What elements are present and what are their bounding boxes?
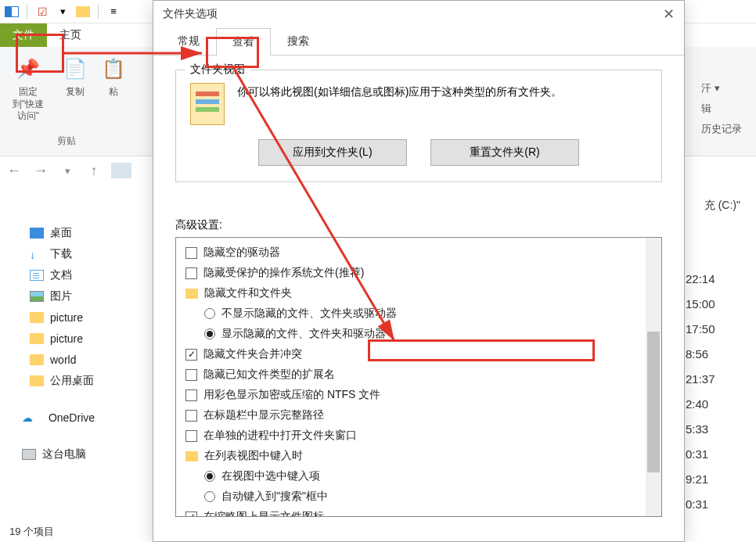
checkbox[interactable]: ✓ [185, 349, 197, 361]
nav-item-picture-folder[interactable]: picture [9, 328, 142, 349]
nav-label: OneDrive [49, 411, 95, 424]
setting-full-path[interactable]: 在标题栏中显示完整路径 [176, 405, 661, 425]
nav-item-downloads[interactable]: 下载 [9, 243, 142, 264]
setting-ntfs-color[interactable]: 用彩色显示加密或压缩的 NTFS 文件 [176, 385, 661, 405]
nav-back-button[interactable]: ← [5, 161, 23, 180]
chevron-down-icon[interactable]: ▾ [54, 3, 71, 20]
dialog-title: 文件夹选项 [163, 7, 218, 21]
setting-separate-process[interactable]: 在单独的进程中打开文件夹窗口 [176, 425, 661, 446]
checkbox[interactable]: ✓ [185, 511, 197, 518]
nav-item-this-pc[interactable]: 这台电脑 [9, 443, 142, 465]
radio[interactable] [204, 491, 215, 502]
time-column: 22:14 15:00 17:50 8:56 21:37 2:40 5:33 0… [686, 266, 740, 516]
time-cell: 22:14 [686, 266, 740, 291]
radio-dont-show-hidden[interactable]: 不显示隐藏的文件、文件夹或驱动器 [176, 303, 661, 324]
folder-icon [30, 333, 44, 344]
nav-item-world-folder[interactable]: world [9, 349, 142, 370]
qat-properties-icon[interactable]: ☑ [34, 3, 51, 20]
nav-up-button[interactable]: ↑ [85, 161, 103, 180]
checkbox[interactable] [185, 430, 197, 442]
pin-to-quick-access-button[interactable]: 📌 固定到"快速访问" [5, 53, 52, 126]
time-cell: 9:21 [686, 466, 740, 491]
radio-show-hidden[interactable]: 显示隐藏的文件、文件夹和驱动器 [176, 324, 661, 344]
dialog-tab-search[interactable]: 搜索 [271, 27, 326, 55]
folder-icon [30, 375, 44, 386]
nav-tree: 桌面 下载 文档 图片 picture picture world 公用桌面 ☁… [9, 222, 142, 465]
setting-hide-known-ext[interactable]: 隐藏已知文件类型的扩展名 [176, 364, 661, 385]
radio-typing-select[interactable]: 在视图中选中键入项 [176, 466, 661, 486]
nav-forward-button[interactable]: → [31, 161, 50, 180]
setting-hide-empty-drives[interactable]: 隐藏空的驱动器 [176, 242, 661, 263]
nav-item-pictures[interactable]: 图片 [9, 285, 142, 307]
pc-icon [22, 449, 36, 460]
dialog-close-button[interactable]: ✕ [663, 5, 675, 23]
tree-scrollbar[interactable] [646, 238, 661, 516]
dialog-tab-view[interactable]: 查看 [216, 28, 271, 56]
nav-label: picture [50, 311, 83, 324]
time-cell: 5:33 [686, 416, 740, 441]
apply-to-folders-button[interactable]: 应用到文件夹(L) [258, 139, 407, 166]
nav-item-public-desktop[interactable]: 公用桌面 [9, 370, 142, 391]
fieldset-legend: 文件夹视图 [185, 63, 250, 77]
radio-typing-search[interactable]: 自动键入到"搜索"框中 [176, 486, 661, 507]
copy-button[interactable]: 📄 复制 [52, 53, 99, 126]
address-path-fragment: 充 (C:)" [704, 199, 740, 213]
drive-icon[interactable] [111, 163, 131, 178]
scrollbar-thumb[interactable] [647, 332, 660, 472]
setting-merge-conflict[interactable]: ✓隐藏文件夹合并冲突 [176, 344, 661, 364]
chevron-down-icon[interactable]: ▾ [58, 161, 77, 180]
quick-access-toolbar: ☑ ▾ ≡ [0, 3, 122, 20]
checkbox[interactable] [185, 369, 197, 381]
folder-options-dialog: 文件夹选项 ✕ 常规 查看 搜索 文件夹视图 你可以将此视图(如详细信息或图标)… [153, 0, 685, 542]
checkbox[interactable] [185, 389, 197, 401]
setting-hidden-files-group: 隐藏文件和文件夹 [176, 283, 661, 303]
time-cell: 17:50 [686, 316, 740, 341]
nav-item-documents[interactable]: 文档 [9, 264, 142, 285]
checkbox[interactable] [185, 410, 197, 422]
group-label-clipboard: 剪贴 [57, 135, 76, 148]
time-cell: 8:56 [686, 341, 740, 366]
setting-label: 自动键入到"搜索"框中 [221, 490, 328, 504]
time-cell: 0:31 [686, 491, 740, 516]
checkbox[interactable] [185, 267, 197, 279]
setting-label: 在视图中选中键入项 [221, 469, 320, 483]
nav-item-desktop[interactable]: 桌面 [9, 222, 142, 243]
dialog-body: 文件夹视图 你可以将此视图(如详细信息或图标)应用于这种类型的所有文件夹。 应用… [153, 56, 684, 531]
status-bar: 19 个项目 [9, 525, 54, 539]
setting-label: 在列表视图中键入时 [204, 449, 303, 463]
reset-folders-button[interactable]: 重置文件夹(R) [430, 139, 579, 166]
pictures-icon [30, 291, 44, 302]
paste-label: 粘 [109, 86, 118, 99]
radio[interactable] [204, 308, 215, 319]
setting-thumb-icon[interactable]: ✓在缩略图上显示文件图标 [176, 507, 661, 517]
qat-folder-icon[interactable] [74, 3, 92, 20]
copy-label: 复制 [66, 86, 85, 99]
setting-label: 显示隐藏的文件、文件夹和驱动器 [221, 327, 386, 341]
setting-hide-protected[interactable]: 隐藏受保护的操作系统文件(推荐) [176, 263, 661, 283]
setting-label: 隐藏文件和文件夹 [204, 286, 292, 300]
downloads-icon [30, 249, 44, 260]
radio[interactable] [204, 471, 215, 482]
pin-icon: 📌 [16, 56, 41, 81]
setting-label: 在单独的进程中打开文件夹窗口 [203, 429, 357, 443]
copy-icon: 📄 [63, 56, 88, 81]
nav-item-onedrive[interactable]: ☁ OneDrive [9, 407, 142, 428]
radio[interactable] [204, 328, 215, 339]
edit-fragment: 辑 [701, 102, 742, 116]
paste-button[interactable]: 📋 粘 [99, 53, 128, 126]
open-fragment: 汗 ▾ [701, 81, 742, 95]
dialog-tab-general[interactable]: 常规 [161, 27, 216, 55]
ribbon-tab-home[interactable]: 主页 [47, 23, 94, 47]
folder-icon [30, 354, 44, 365]
folder-icon [185, 451, 198, 461]
checkbox[interactable] [185, 247, 197, 259]
time-cell: 2:40 [686, 391, 740, 416]
pin-label: 固定到"快速访问" [8, 86, 49, 123]
nav-label: 公用桌面 [50, 374, 94, 388]
advanced-settings-tree[interactable]: 隐藏空的驱动器 隐藏受保护的操作系统文件(推荐) 隐藏文件和文件夹 不显示隐藏的… [175, 237, 662, 517]
qat-customize-icon[interactable]: ≡ [105, 3, 122, 20]
time-cell: 0:31 [686, 441, 740, 466]
separator [27, 5, 27, 19]
nav-item-picture-folder[interactable]: picture [9, 307, 142, 328]
ribbon-tab-file[interactable]: 文件 [0, 23, 47, 47]
